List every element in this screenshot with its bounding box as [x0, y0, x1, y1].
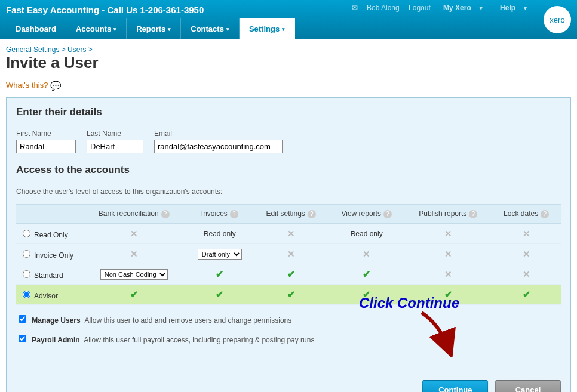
check-icon: ✔	[523, 289, 530, 300]
cross-icon: ✕	[523, 269, 530, 279]
chevron-down-icon: ▾	[113, 26, 116, 32]
email-input[interactable]	[154, 140, 283, 153]
payroll-admin-desc: Allow this user full payroll access, inc…	[84, 336, 314, 344]
breadcrumb: General Settings > Users >	[0, 39, 577, 54]
nav-dashboard[interactable]: Dashboard	[6, 18, 66, 39]
nav-accounts[interactable]: Accounts▾	[66, 18, 127, 39]
role-standard-radio[interactable]	[23, 270, 30, 278]
help-menu[interactable]: Help▼	[496, 4, 532, 12]
cross-icon: ✕	[523, 229, 530, 239]
email-field: Email	[154, 129, 283, 153]
chevron-down-icon: ▼	[523, 5, 528, 11]
breadcrumb-general-settings[interactable]: General Settings	[6, 45, 59, 54]
details-field-row: First Name Last Name Email	[16, 129, 561, 153]
cross-icon: ✕	[444, 269, 452, 279]
cross-icon: ✕	[130, 249, 138, 259]
payroll-admin-checkbox[interactable]	[19, 335, 26, 342]
access-desc: Choose the user's level of access to thi…	[16, 187, 561, 196]
cross-icon: ✕	[287, 229, 295, 239]
first-name-field: First Name	[16, 129, 76, 153]
manage-users-checkbox[interactable]	[19, 315, 26, 323]
payroll-admin-row: Payroll Admin Allow this user full payro…	[16, 333, 561, 344]
cross-icon: ✕	[363, 249, 370, 259]
role-standard-row: Standard Non Cash Coding ✔ ✔ ✔ ✕ ✕	[16, 264, 561, 285]
help-icon[interactable]: ?	[230, 210, 238, 218]
annotation-text: Click Continue	[359, 295, 459, 311]
chevron-down-icon: ▾	[282, 26, 285, 32]
last-name-input[interactable]	[87, 140, 143, 153]
manage-users-desc: Allow this user to add and remove users …	[84, 316, 291, 325]
bank-mode-select[interactable]: Non Cash Coding	[100, 269, 168, 280]
speech-bubble-icon: 💬	[50, 81, 62, 91]
help-icon[interactable]: ?	[469, 210, 477, 218]
chevron-down-icon: ▼	[478, 5, 484, 11]
role-advisor-row: Advisor ✔ ✔ ✔ ✔ ✔ ✔	[16, 285, 561, 305]
col-view: View reports?	[329, 205, 404, 224]
access-table: Bank reconciliation? Invoices? Edit sett…	[16, 204, 561, 305]
cross-icon: ✕	[444, 249, 452, 259]
top-right-links: ✉ Bob Along Logout My Xero▼ Help▼	[348, 4, 535, 12]
page-title: Invite a User	[0, 54, 577, 81]
cross-icon: ✕	[523, 249, 530, 259]
check-icon: ✔	[287, 269, 295, 279]
col-edit: Edit settings?	[253, 205, 329, 224]
help-icon[interactable]: ?	[383, 210, 392, 218]
role-invoice-radio[interactable]	[23, 250, 30, 258]
nav-settings[interactable]: Settings▾	[240, 18, 295, 39]
help-icon[interactable]: ?	[308, 210, 316, 218]
cross-icon: ✕	[130, 229, 138, 239]
logout-link[interactable]: Logout	[409, 4, 431, 12]
col-lock: Lock dates?	[492, 205, 561, 224]
cross-icon: ✕	[444, 229, 452, 239]
my-xero-menu[interactable]: My Xero▼	[440, 4, 487, 12]
access-header-row: Bank reconciliation? Invoices? Edit sett…	[16, 205, 561, 224]
top-header: Fast Easy Accounting - Call Us 1-206-361…	[0, 0, 577, 39]
col-publish: Publish reports?	[404, 205, 492, 224]
nav-contacts[interactable]: Contacts▾	[181, 18, 240, 39]
email-label: Email	[154, 129, 283, 138]
last-name-field: Last Name	[87, 129, 143, 153]
xero-logo[interactable]: xero	[544, 6, 571, 33]
last-name-label: Last Name	[87, 129, 143, 138]
check-icon: ✔	[287, 289, 295, 300]
check-icon: ✔	[216, 289, 223, 300]
col-bank: Bank reconciliation?	[82, 205, 186, 224]
chevron-down-icon: ▾	[168, 26, 171, 32]
mail-icon[interactable]: ✉	[352, 4, 358, 12]
org-title: Fast Easy Accounting - Call Us 1-206-361…	[6, 5, 204, 15]
first-name-label: First Name	[16, 129, 76, 138]
divider	[16, 180, 561, 180]
role-invoice-row: Invoice Only ✕ Draft only ✕ ✕ ✕ ✕	[16, 244, 561, 264]
invoice-mode-select[interactable]: Draft only	[198, 249, 242, 260]
check-icon: ✔	[130, 289, 138, 300]
cancel-button[interactable]: Cancel	[495, 380, 561, 392]
main-nav: Dashboard Accounts▾ Reports▾ Contacts▾ S…	[6, 18, 295, 39]
col-invoices: Invoices?	[186, 205, 253, 224]
role-advisor-radio[interactable]	[23, 291, 30, 298]
user-name[interactable]: Bob Along	[367, 4, 400, 12]
access-heading: Access to the accounts	[16, 164, 561, 176]
continue-button[interactable]: Continue	[422, 380, 488, 392]
details-heading: Enter their details	[16, 106, 561, 118]
nav-reports[interactable]: Reports▾	[127, 18, 181, 39]
help-icon[interactable]: ?	[161, 210, 170, 218]
manage-users-row: Manage Users Allow this user to add and …	[16, 313, 561, 325]
cross-icon: ✕	[287, 249, 295, 259]
role-readonly-row: Read Only ✕ Read only ✕ Read only ✕ ✕	[16, 224, 561, 244]
manage-users-label: Manage Users	[32, 316, 80, 325]
button-row: Continue Cancel	[16, 380, 561, 392]
annotation-arrow-icon	[413, 310, 461, 357]
breadcrumb-users[interactable]: Users	[67, 45, 86, 54]
check-icon: ✔	[363, 269, 370, 279]
payroll-admin-label: Payroll Admin	[32, 336, 79, 344]
help-icon[interactable]: ?	[541, 210, 549, 218]
divider	[16, 122, 561, 122]
check-icon: ✔	[216, 269, 223, 279]
whats-this-link[interactable]: What's this?💬	[0, 81, 577, 97]
first-name-input[interactable]	[16, 140, 76, 153]
invite-user-panel: Enter their details First Name Last Name…	[6, 97, 571, 392]
chevron-down-icon: ▾	[226, 26, 229, 32]
role-readonly-radio[interactable]	[23, 230, 30, 237]
